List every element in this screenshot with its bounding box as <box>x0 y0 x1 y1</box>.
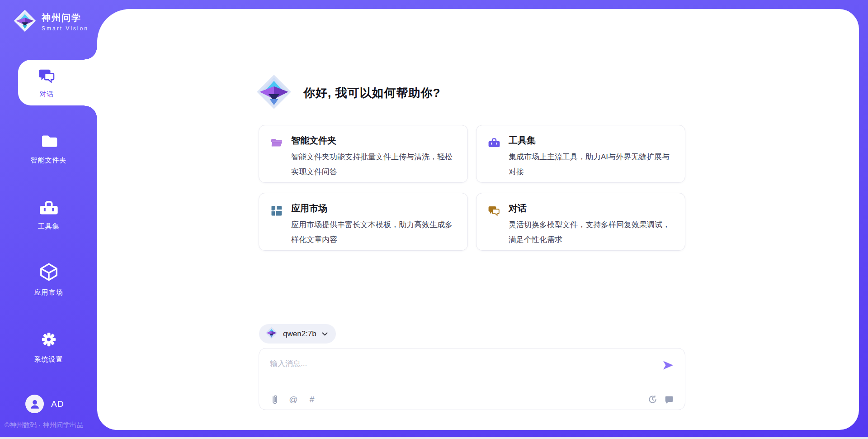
app-background: 神州问学 Smart Vision 对话 智能文件夹 工具集 <box>0 0 868 437</box>
sidebar-item-label: 智能文件夹 <box>31 156 67 165</box>
person-icon <box>29 398 41 410</box>
user-initials: AD <box>51 399 64 409</box>
briefcase-icon <box>488 137 500 149</box>
mention-icon[interactable]: @ <box>288 395 298 405</box>
tab-fillet-top <box>85 47 97 60</box>
chat-bubbles-icon <box>488 205 500 217</box>
attachment-icon[interactable] <box>270 395 280 405</box>
greeting-gem-icon <box>256 72 292 113</box>
message-input[interactable] <box>270 356 645 372</box>
card-title: 工具集 <box>509 134 685 147</box>
card-description: 灵活切换多模型文件，支持多样回复效果调试，满足个性化需求 <box>509 217 676 247</box>
card-title: 应用市场 <box>291 202 467 215</box>
user-profile[interactable]: AD <box>25 395 64 413</box>
sidebar-item-label: 应用市场 <box>34 288 63 297</box>
model-name: qwen2:7b <box>283 329 316 339</box>
message-composer: @ # <box>259 348 685 410</box>
window-bottom-edge <box>0 437 868 439</box>
folder-icon <box>39 132 58 152</box>
sidebar-item-label: 对话 <box>40 90 54 99</box>
brand-name-en: Smart Vision <box>42 25 89 32</box>
folder-open-icon <box>270 137 283 149</box>
card-title: 智能文件夹 <box>291 134 467 147</box>
history-icon[interactable] <box>647 395 657 405</box>
chat-icon <box>38 67 56 87</box>
hashtag-icon[interactable]: # <box>307 395 317 405</box>
gear-icon <box>39 329 59 351</box>
sidebar-item-label: 系统设置 <box>34 355 63 364</box>
app-grid-icon <box>270 205 283 217</box>
composer-toolbar: @ # <box>259 389 685 410</box>
card-chat[interactable]: 对话 灵活切换多模型文件，支持多样回复效果调试，满足个性化需求 <box>476 193 685 251</box>
greeting-text: 你好, 我可以如何帮助你? <box>303 85 440 101</box>
sidebar-item-toolbox[interactable]: 工具集 <box>0 197 97 231</box>
tab-fillet-bottom <box>85 105 97 118</box>
card-description: 应用市场提供丰富长文本模板，助力高效生成多样化文章内容 <box>291 217 458 247</box>
chevron-down-icon[interactable] <box>322 330 328 338</box>
send-icon <box>662 359 674 371</box>
model-selector[interactable]: qwen2:7b <box>259 324 336 344</box>
card-description: 智能文件夹功能支持批量文件上传与清洗，轻松实现文件问答 <box>291 149 458 179</box>
avatar <box>25 395 44 413</box>
sidebar-item-smart-folder[interactable]: 智能文件夹 <box>0 132 97 165</box>
brand-name-cn: 神州问学 <box>42 12 89 24</box>
card-smart-folder[interactable]: 智能文件夹 智能文件夹功能支持批量文件上传与清洗，轻松实现文件问答 <box>259 125 468 183</box>
greeting-block: 你好, 我可以如何帮助你? <box>256 72 440 113</box>
cube-icon <box>39 262 59 284</box>
sidebar-item-chat[interactable]: 对话 <box>18 60 97 105</box>
sidebar-item-app-market[interactable]: 应用市场 <box>0 262 97 297</box>
main-panel: 你好, 我可以如何帮助你? 智能文件夹 智能文件夹功能支持批量文件上传与清洗，轻… <box>97 9 859 430</box>
card-app-market[interactable]: 应用市场 应用市场提供丰富长文本模板，助力高效生成多样化文章内容 <box>259 193 468 251</box>
brand-logo: 神州问学 Smart Vision <box>14 8 89 35</box>
sidebar-item-settings[interactable]: 系统设置 <box>0 329 97 364</box>
send-button[interactable] <box>661 358 675 372</box>
card-title: 对话 <box>509 202 685 215</box>
copyright-footer: ©神州数码 · 神州问学出品 <box>5 421 97 429</box>
feature-cards: 智能文件夹 智能文件夹功能支持批量文件上传与清洗，轻松实现文件问答 工具集 集成… <box>259 125 685 251</box>
brand-gem-icon <box>14 8 36 35</box>
sidebar-item-label: 工具集 <box>38 222 60 231</box>
card-description: 集成市场上主流工具，助力AI与外界无缝扩展与对接 <box>509 149 676 179</box>
card-toolbox[interactable]: 工具集 集成市场上主流工具，助力AI与外界无缝扩展与对接 <box>476 125 685 183</box>
conversations-icon[interactable] <box>664 395 674 405</box>
model-gem-icon <box>265 326 278 341</box>
toolbox-icon <box>39 197 58 218</box>
